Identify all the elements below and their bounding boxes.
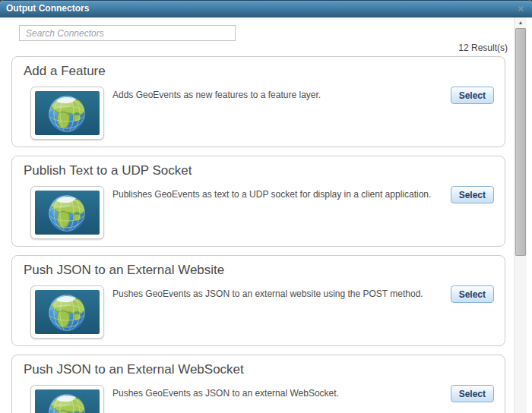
connector-thumbnail: [30, 186, 104, 239]
connector-description: Publishes GeoEvents as text to a UDP soc…: [112, 189, 444, 200]
connector-title: Publish Text to a UDP Socket: [24, 163, 192, 178]
scrollbar-thumb[interactable]: [515, 28, 526, 256]
search-input[interactable]: [19, 25, 236, 41]
output-connectors-dialog: Output Connectors ✕ 12 Result(s) Add a F…: [0, 0, 532, 413]
connector-title: Add a Feature: [24, 64, 106, 79]
dialog-title: Output Connectors: [0, 1, 532, 17]
connector-description: Adds GeoEvents as new features to a feat…: [112, 90, 444, 101]
connector-card: Publish Text to a UDP Socket: [11, 156, 505, 247]
globe-icon: [35, 191, 100, 235]
dialog-body: 12 Result(s) Add a Feature: [0, 17, 532, 413]
connector-thumbnail: [30, 385, 104, 413]
connector-description: Pushes GeoEvents as JSON to an external …: [112, 388, 444, 399]
globe-icon: [35, 389, 100, 413]
connector-list: Add a Feature: [11, 56, 505, 413]
scroll-up-icon[interactable]: ▲: [515, 17, 527, 28]
connector-thumbnail: [30, 87, 104, 140]
connector-card: Push JSON to an External Website: [11, 255, 505, 346]
connector-thumbnail: [30, 285, 104, 339]
select-button[interactable]: Select: [451, 385, 494, 402]
connector-title: Push JSON to an External Website: [24, 263, 224, 278]
select-button[interactable]: Select: [451, 285, 494, 303]
globe-icon: [35, 91, 100, 135]
results-count: 12 Result(s): [0, 43, 508, 54]
scrollbar[interactable]: ▲: [514, 17, 527, 413]
connector-description: Pushes GeoEvents as JSON to an external …: [112, 288, 444, 300]
close-icon[interactable]: ✕: [515, 3, 526, 14]
dialog-titlebar[interactable]: Output Connectors ✕: [0, 0, 532, 17]
connector-card: Add a Feature: [11, 56, 505, 147]
connector-card: Push JSON to an External WebSocket: [11, 355, 505, 413]
select-button[interactable]: Select: [451, 87, 494, 104]
select-button[interactable]: Select: [451, 186, 494, 203]
globe-icon: [35, 290, 100, 334]
connector-title: Push JSON to an External WebSocket: [24, 362, 244, 377]
